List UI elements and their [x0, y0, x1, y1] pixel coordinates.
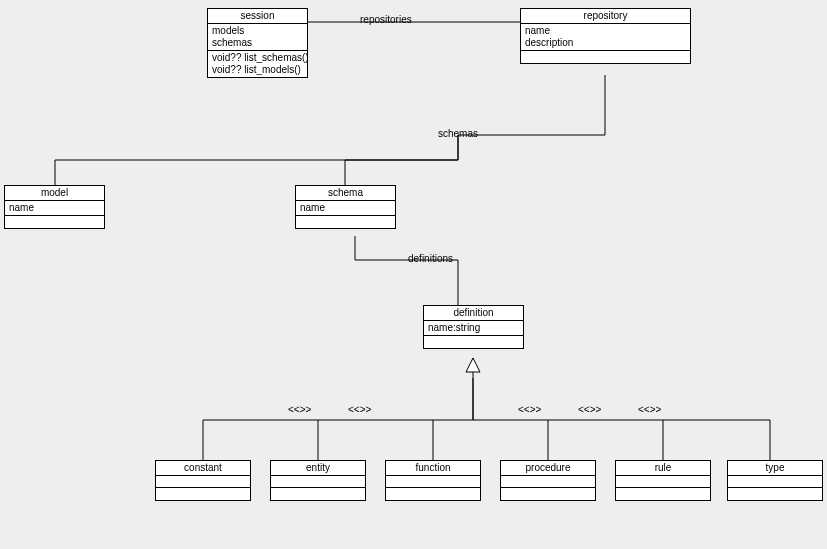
stereotype-label: <<>> — [578, 404, 601, 415]
svg-marker-3 — [466, 358, 480, 372]
class-entity: entity — [270, 460, 366, 501]
class-title: function — [386, 461, 480, 476]
attrs: name — [296, 201, 395, 216]
assoc-label-schemas: schemas — [438, 128, 478, 139]
attrs: name — [5, 201, 104, 216]
stereotype-label: <<>> — [518, 404, 541, 415]
class-title: model — [5, 186, 104, 201]
stereotype-label: <<>> — [348, 404, 371, 415]
assoc-label-definitions: definitions — [408, 253, 453, 264]
class-title: constant — [156, 461, 250, 476]
class-function: function — [385, 460, 481, 501]
class-title: repository — [521, 9, 690, 24]
class-definition: definition name:string — [423, 305, 524, 349]
ops-empty — [296, 216, 395, 228]
attrs: models schemas — [208, 24, 307, 51]
class-title: entity — [271, 461, 365, 476]
assoc-label-repositories: repositories — [360, 14, 412, 25]
class-schema: schema name — [295, 185, 396, 229]
class-model: model name — [4, 185, 105, 229]
stereotype-label: <<>> — [288, 404, 311, 415]
class-rule: rule — [615, 460, 711, 501]
attrs: name:string — [424, 321, 523, 336]
class-procedure: procedure — [500, 460, 596, 501]
class-title: procedure — [501, 461, 595, 476]
stereotype-label: <<>> — [638, 404, 661, 415]
class-session: session models schemas void?? list_schem… — [207, 8, 308, 78]
class-title: type — [728, 461, 822, 476]
ops-empty — [5, 216, 104, 228]
class-type: type — [727, 460, 823, 501]
class-title: session — [208, 9, 307, 24]
ops: void?? list_schemas() void?? list_models… — [208, 51, 307, 77]
ops-empty — [521, 51, 690, 63]
class-title: definition — [424, 306, 523, 321]
class-title: rule — [616, 461, 710, 476]
attrs: name description — [521, 24, 690, 51]
class-constant: constant — [155, 460, 251, 501]
class-title: schema — [296, 186, 395, 201]
class-repository: repository name description — [520, 8, 691, 64]
ops-empty — [424, 336, 523, 348]
